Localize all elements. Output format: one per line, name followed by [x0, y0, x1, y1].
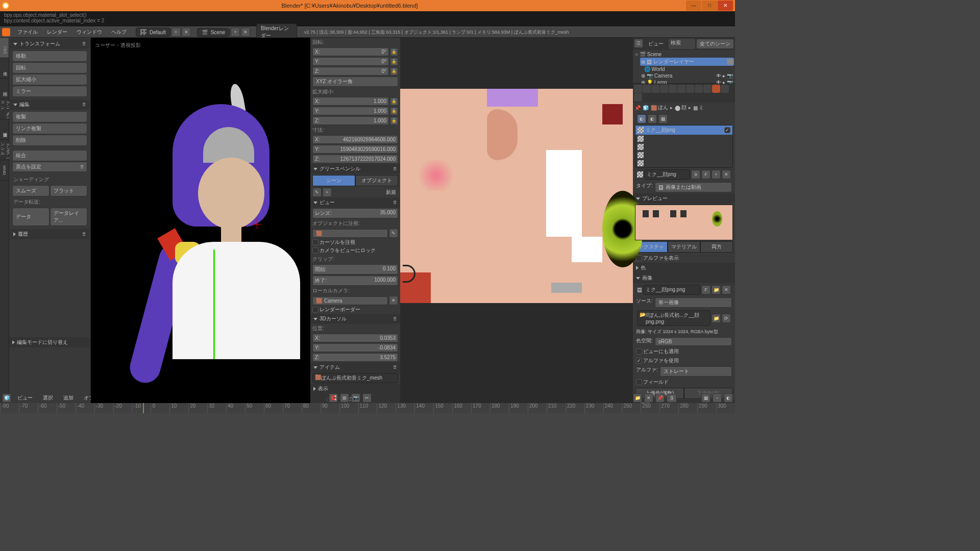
uv-pin[interactable]: 📌 — [655, 393, 665, 403]
join-button[interactable]: 統合 — [12, 150, 87, 161]
file-menu[interactable]: ファイル — [13, 27, 42, 37]
tab-mmd[interactable]: MMD — [0, 160, 9, 181]
view-menu[interactable]: ビュー — [13, 393, 37, 403]
gp-scene-tab[interactable]: シーン — [312, 175, 355, 186]
cursor-z-field[interactable]: Z:3.5275 — [312, 353, 398, 362]
tab-grease[interactable]: グリースペンシル — [0, 140, 9, 160]
tab-texture[interactable] — [712, 85, 720, 93]
remove-layout-button[interactable]: ✕ — [182, 28, 191, 37]
tab-create[interactable]: 作成 — [0, 58, 9, 79]
gp-add-icon[interactable]: + — [323, 188, 332, 197]
local-cam-select[interactable]: 🟫 Camera — [312, 296, 388, 305]
clear-icon[interactable]: ✕ — [389, 296, 398, 305]
type-select[interactable]: 🖼 画像または動画 — [655, 182, 732, 192]
tab-render[interactable] — [634, 85, 642, 93]
help-menu[interactable]: ヘルプ — [107, 27, 131, 37]
view-header[interactable]: ビュー⠿ — [310, 197, 400, 208]
tab-data[interactable] — [695, 85, 703, 93]
clip-end-field[interactable]: 終了:1000.000 — [312, 276, 398, 286]
rotate-button[interactable]: 回転 — [12, 62, 87, 73]
reload-icon[interactable]: ⟳ — [722, 314, 731, 323]
tab-particles[interactable] — [721, 85, 729, 93]
render-menu[interactable]: レンダー — [43, 27, 71, 37]
tree-world[interactable]: 🌐 World — [640, 66, 734, 72]
rot-y-field[interactable]: Y:0° — [312, 57, 389, 66]
image-header[interactable]: 画像 — [633, 273, 735, 283]
item-name-field[interactable]: 🟫 ぽんぷ長式初音ミク_mesh — [312, 373, 398, 383]
duplicate-linked-button[interactable]: リンク複製 — [12, 123, 87, 134]
dim-z-field[interactable]: Z:1267137222017024.000 — [312, 155, 398, 163]
operator-panel[interactable]: 編集モードに切り替え — [9, 337, 90, 347]
uv-channel[interactable]: 9 — [667, 394, 677, 403]
img-open[interactable]: 📁 — [712, 285, 721, 294]
tab-relations[interactable]: 関係 — [0, 79, 9, 99]
use-alpha-check[interactable] — [636, 358, 642, 364]
lock-icon[interactable]: 🔓 — [390, 97, 398, 106]
eyedrop-icon[interactable]: ✎ — [389, 229, 398, 238]
ctx-mat-icon[interactable]: ◐ — [648, 114, 657, 123]
scale-y-field[interactable]: Y:1.000 — [312, 107, 389, 115]
source-select[interactable]: 単一画像 — [655, 297, 732, 308]
lock-cam-check[interactable] — [312, 247, 318, 254]
img-del[interactable]: ✕ — [722, 285, 731, 294]
render-border-check[interactable] — [312, 307, 318, 313]
playhead[interactable] — [143, 403, 144, 413]
tree-camera[interactable]: ⊕ 📷 Camera👁 ▸ 📷 — [640, 72, 734, 79]
mirror-button[interactable]: ミラー — [12, 86, 87, 97]
cursor-header[interactable]: 3Dカーソル⠿ — [310, 314, 400, 324]
color-header[interactable]: 色 — [633, 263, 735, 273]
tab-tools[interactable]: ツール — [0, 38, 9, 58]
uv-open[interactable]: 📁 — [633, 393, 642, 403]
texture-slot[interactable] — [635, 143, 732, 151]
scale-button[interactable]: 拡大縮小 — [12, 74, 87, 85]
scene-selector[interactable]: 🎬 Scene — [197, 28, 230, 37]
tab-physics[interactable]: 物理演算 — [0, 119, 9, 140]
transform-header[interactable]: トランスフォーム⠿ — [10, 39, 89, 49]
outliner-type-icon[interactable]: ☰ — [634, 39, 643, 48]
layout-selector[interactable]: Default — [136, 28, 170, 37]
dim-x-field[interactable]: X:462160928964608.000 — [312, 135, 398, 144]
tab-object[interactable] — [669, 85, 677, 93]
lock-icon[interactable]: 🔓 — [390, 48, 398, 56]
origin-select[interactable]: 原点を設定⠿ — [12, 162, 87, 172]
select-menu[interactable]: 選択 — [39, 393, 57, 403]
duplicate-button[interactable]: 複製 — [12, 111, 87, 122]
uv-alpha[interactable]: ▫ — [713, 393, 722, 403]
tab-modifiers[interactable] — [686, 85, 694, 93]
add-menu[interactable]: 追加 — [59, 393, 78, 403]
tab-constraints[interactable] — [677, 85, 685, 93]
ctx-world-icon[interactable]: ◐ — [637, 114, 646, 123]
uv-image-editor[interactable] — [400, 38, 633, 413]
snap-icon[interactable]: 🧲 — [329, 393, 338, 403]
display-header[interactable]: 表示 — [310, 384, 400, 394]
tab-world[interactable] — [660, 85, 668, 93]
texture-slot[interactable] — [635, 151, 732, 159]
grease-header[interactable]: グリースペンシル⠿ — [310, 164, 400, 174]
fake-user[interactable]: F — [701, 170, 710, 179]
add-tex[interactable]: + — [712, 170, 721, 179]
data-button[interactable]: データ — [12, 208, 50, 226]
tab-material[interactable] — [703, 85, 712, 93]
render-icon[interactable]: 📷 — [351, 393, 360, 403]
remove-scene-button[interactable]: ✕ — [241, 28, 250, 37]
img-fake-user[interactable]: F — [701, 285, 710, 294]
uv-rgb[interactable]: ▦ — [701, 393, 710, 403]
rot-x-field[interactable]: X:0° — [312, 47, 389, 56]
texture-slot[interactable] — [635, 159, 732, 167]
outliner-filter[interactable]: 全てのシーン — [696, 39, 734, 49]
uv-z[interactable]: ◐ — [724, 393, 733, 403]
preview-header[interactable]: プレビュー — [633, 193, 735, 204]
timeline-ruler[interactable]: -80-70-60-50-40-30-20-100102032405060708… — [0, 403, 735, 413]
lock-icon[interactable]: 🔓 — [390, 117, 398, 125]
outliner-search[interactable]: 検索 — [669, 39, 695, 49]
add-scene-button[interactable]: + — [231, 28, 240, 37]
cursor-focus-check[interactable] — [312, 239, 318, 245]
tab-physics[interactable] — [634, 93, 642, 102]
scale-x-field[interactable]: X:1.000 — [312, 97, 389, 106]
tab-animation[interactable]: アニメーション — [0, 99, 9, 119]
texture-name-field[interactable]: ミク__顔png — [644, 169, 690, 180]
cursor-y-field[interactable]: Y:-0.0834 — [312, 343, 398, 352]
gp-edit-icon[interactable]: ✎ — [312, 188, 322, 197]
lock-icon[interactable]: 🔓 — [390, 58, 398, 66]
tab-scene[interactable] — [651, 85, 659, 93]
